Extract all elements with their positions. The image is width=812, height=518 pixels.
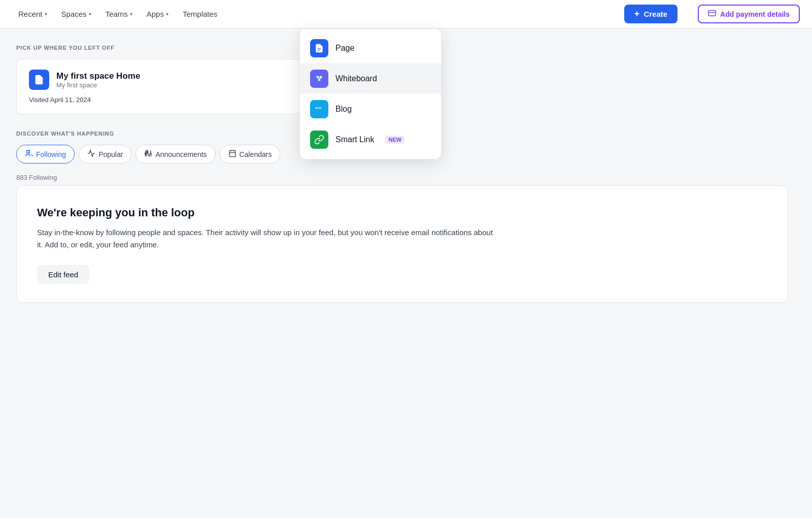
tab-calendars[interactable]: Calendars (220, 145, 281, 164)
announcements-icon (144, 149, 152, 159)
create-label: Create (644, 10, 667, 18)
following-count: 883 Following (16, 174, 796, 181)
nav-templates-label: Templates (183, 10, 217, 18)
recent-card-title: My first space Home (56, 71, 140, 81)
nav-templates[interactable]: Templates (177, 7, 223, 21)
tab-popular[interactable]: Popular (79, 145, 131, 164)
dropdown-item-blog[interactable]: " " Blog (300, 94, 441, 124)
smartlink-label: Smart Link (335, 135, 374, 144)
chevron-down-icon: ▾ (166, 11, 168, 17)
recent-card-date: Visited April 11, 2024 (29, 96, 288, 104)
page-doc-icon (29, 70, 49, 90)
nav-spaces[interactable]: Spaces ▾ (55, 7, 97, 21)
tab-following[interactable]: Following (16, 145, 75, 164)
tab-announcements[interactable]: Announcements (136, 145, 215, 164)
create-dropdown: Page Whiteboard " " Blog (299, 28, 442, 159)
dropdown-item-whiteboard[interactable]: Whiteboard (300, 63, 441, 94)
dropdown-item-page[interactable]: Page (300, 33, 441, 63)
add-payment-button[interactable]: Add payment details (698, 5, 800, 23)
smartlink-icon (310, 131, 328, 149)
svg-rect-16 (229, 151, 235, 157)
add-payment-label: Add payment details (720, 10, 790, 18)
create-button[interactable]: + Create (624, 5, 678, 23)
nav-recent-label: Recent (18, 10, 43, 18)
feed-card-title: We're keeping you in the loop (37, 206, 767, 219)
nav-teams[interactable]: Teams ▾ (99, 7, 139, 21)
tab-calendars-label: Calendars (240, 150, 272, 158)
card-icon (708, 9, 716, 19)
recent-card-subtitle: My first space (56, 81, 140, 89)
feed-card: We're keeping you in the loop Stay in-th… (16, 185, 788, 303)
calendars-icon (228, 149, 236, 159)
svg-text:": " (315, 106, 318, 113)
nav-teams-label: Teams (106, 10, 128, 18)
svg-text:": " (318, 106, 321, 113)
chevron-down-icon: ▾ (130, 11, 132, 17)
chevron-down-icon: ▾ (45, 11, 47, 17)
whiteboard-label: Whiteboard (335, 74, 377, 83)
nav-apps-label: Apps (147, 10, 164, 18)
blog-label: Blog (335, 105, 352, 114)
nav-apps[interactable]: Apps ▾ (141, 7, 175, 21)
blog-icon: " " (310, 100, 328, 118)
tab-announcements-label: Announcements (155, 150, 207, 158)
tab-popular-label: Popular (98, 150, 123, 158)
page-label: Page (335, 44, 354, 53)
nav-spaces-label: Spaces (61, 10, 87, 18)
top-navigation: Recent ▾ Spaces ▾ Teams ▾ Apps ▾ Templat… (0, 0, 812, 28)
recent-card[interactable]: My first space Home My first space Visit… (16, 59, 300, 114)
recent-card-header: My first space Home My first space (29, 70, 288, 90)
page-icon (310, 39, 328, 57)
feed-card-description: Stay in-the-know by following people and… (37, 226, 494, 251)
nav-recent[interactable]: Recent ▾ (12, 7, 53, 21)
chevron-down-icon: ▾ (89, 11, 91, 17)
plus-icon: + (634, 9, 640, 19)
following-icon (25, 149, 33, 159)
edit-feed-button[interactable]: Edit feed (37, 265, 89, 284)
tab-following-label: Following (36, 150, 66, 158)
edit-feed-label: Edit feed (48, 270, 78, 279)
new-badge: NEW (385, 136, 404, 144)
popular-icon (87, 149, 95, 159)
svg-rect-0 (708, 11, 716, 16)
recent-card-text: My first space Home My first space (56, 71, 140, 89)
dropdown-item-smartlink[interactable]: Smart Link NEW (300, 124, 441, 155)
whiteboard-icon (310, 70, 328, 88)
